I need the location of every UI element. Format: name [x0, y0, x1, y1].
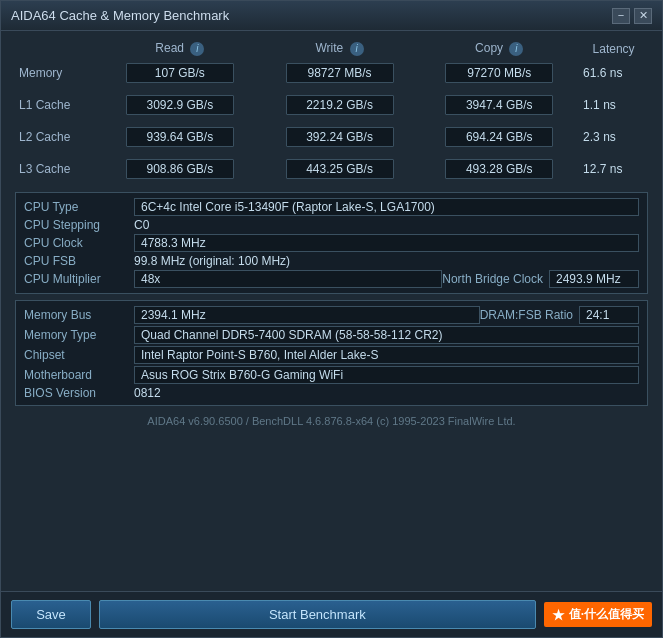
cpu-type-label: CPU Type [24, 200, 134, 214]
row-write: 443.25 GB/s [260, 156, 420, 182]
main-window: AIDA64 Cache & Memory Benchmark − ✕ Read… [0, 0, 663, 638]
cpu-info-section: CPU Type 6C+4c Intel Core i5-13490F (Rap… [15, 192, 648, 294]
cpu-type-row: CPU Type 6C+4c Intel Core i5-13490F (Rap… [24, 197, 639, 217]
row-write: 98727 MB/s [260, 60, 420, 86]
row-label: L1 Cache [15, 92, 100, 118]
row-read: 3092.9 GB/s [100, 92, 260, 118]
dram-fsb-label: DRAM:FSB Ratio [480, 308, 573, 322]
logo-text: 值·什么值得买 [569, 606, 644, 623]
row-latency: 2.3 ns [579, 124, 648, 150]
row-label: L2 Cache [15, 124, 100, 150]
bios-label: BIOS Version [24, 386, 134, 400]
benchmark-table: Read i Write i Copy i Latency Memory107 … [15, 39, 648, 182]
chipset-row: Chipset Intel Raptor Point-S B760, Intel… [24, 345, 639, 365]
write-info-icon[interactable]: i [350, 42, 364, 56]
close-button[interactable]: ✕ [634, 8, 652, 24]
table-row: L3 Cache908.86 GB/s443.25 GB/s493.28 GB/… [15, 156, 648, 182]
read-info-icon[interactable]: i [190, 42, 204, 56]
memory-type-value: Quad Channel DDR5-7400 SDRAM (58-58-58-1… [134, 326, 639, 344]
cpu-fsb-value: 99.8 MHz (original: 100 MHz) [134, 254, 290, 268]
row-copy: 493.28 GB/s [419, 156, 579, 182]
memory-bus-row: Memory Bus 2394.1 MHz DRAM:FSB Ratio 24:… [24, 305, 639, 325]
title-controls: − ✕ [612, 8, 652, 24]
value-box-copy: 3947.4 GB/s [445, 95, 553, 115]
window-title: AIDA64 Cache & Memory Benchmark [11, 8, 229, 23]
motherboard-value: Asus ROG Strix B760-G Gaming WiFi [134, 366, 639, 384]
cpu-multiplier-value: 48x [134, 270, 442, 288]
save-button[interactable]: Save [11, 600, 91, 629]
row-latency: 12.7 ns [579, 156, 648, 182]
row-label: L3 Cache [15, 156, 100, 182]
cpu-clock-label: CPU Clock [24, 236, 134, 250]
chipset-value: Intel Raptor Point-S B760, Intel Alder L… [134, 346, 639, 364]
value-box-read: 3092.9 GB/s [126, 95, 234, 115]
row-write: 2219.2 GB/s [260, 92, 420, 118]
memory-bus-label: Memory Bus [24, 308, 134, 322]
value-box-read: 939.64 GB/s [126, 127, 234, 147]
value-box-read: 908.86 GB/s [126, 159, 234, 179]
north-bridge-value: 2493.9 MHz [549, 270, 639, 288]
row-latency: 1.1 ns [579, 92, 648, 118]
row-write: 392.24 GB/s [260, 124, 420, 150]
start-benchmark-button[interactable]: Start Benchmark [99, 600, 536, 629]
cpu-clock-value: 4788.3 MHz [134, 234, 639, 252]
row-copy: 97270 MB/s [419, 60, 579, 86]
row-copy: 3947.4 GB/s [419, 92, 579, 118]
cpu-stepping-row: CPU Stepping C0 [24, 217, 639, 233]
dram-fsb-value: 24:1 [579, 306, 639, 324]
title-bar: AIDA64 Cache & Memory Benchmark − ✕ [1, 1, 662, 31]
minimize-button[interactable]: − [612, 8, 630, 24]
copy-info-icon[interactable]: i [509, 42, 523, 56]
motherboard-label: Motherboard [24, 368, 134, 382]
chipset-label: Chipset [24, 348, 134, 362]
memory-type-row: Memory Type Quad Channel DDR5-7400 SDRAM… [24, 325, 639, 345]
value-box-write: 2219.2 GB/s [286, 95, 394, 115]
value-box-copy: 694.24 GB/s [445, 127, 553, 147]
value-box-write: 392.24 GB/s [286, 127, 394, 147]
logo-icon: ★ [552, 607, 565, 623]
table-row: L1 Cache3092.9 GB/s2219.2 GB/s3947.4 GB/… [15, 92, 648, 118]
value-box-write: 443.25 GB/s [286, 159, 394, 179]
memory-type-label: Memory Type [24, 328, 134, 342]
value-box-read: 107 GB/s [126, 63, 234, 83]
bios-value: 0812 [134, 386, 161, 400]
main-content: Read i Write i Copy i Latency Memory107 … [1, 31, 662, 591]
th-write: Write i [260, 39, 420, 60]
footer-text: AIDA64 v6.90.6500 / BenchDLL 4.6.876.8-x… [15, 412, 648, 432]
cpu-clock-row: CPU Clock 4788.3 MHz [24, 233, 639, 253]
cpu-fsb-label: CPU FSB [24, 254, 134, 268]
logo-area: ★ 值·什么值得买 [544, 602, 652, 627]
row-label: Memory [15, 60, 100, 86]
row-read: 107 GB/s [100, 60, 260, 86]
cpu-multiplier-label: CPU Multiplier [24, 272, 134, 286]
cpu-fsb-row: CPU FSB 99.8 MHz (original: 100 MHz) [24, 253, 639, 269]
cpu-multiplier-row: CPU Multiplier 48x North Bridge Clock 24… [24, 269, 639, 289]
th-read: Read i [100, 39, 260, 60]
cpu-stepping-label: CPU Stepping [24, 218, 134, 232]
cpu-stepping-value: C0 [134, 218, 149, 232]
memory-info-section: Memory Bus 2394.1 MHz DRAM:FSB Ratio 24:… [15, 300, 648, 406]
motherboard-row: Motherboard Asus ROG Strix B760-G Gaming… [24, 365, 639, 385]
value-box-write: 98727 MB/s [286, 63, 394, 83]
bottom-bar: Save Start Benchmark ★ 值·什么值得买 [1, 591, 662, 637]
row-read: 908.86 GB/s [100, 156, 260, 182]
row-copy: 694.24 GB/s [419, 124, 579, 150]
memory-bus-value: 2394.1 MHz [134, 306, 480, 324]
value-box-copy: 493.28 GB/s [445, 159, 553, 179]
cpu-type-value: 6C+4c Intel Core i5-13490F (Raptor Lake-… [134, 198, 639, 216]
value-box-copy: 97270 MB/s [445, 63, 553, 83]
th-latency: Latency [579, 39, 648, 60]
bios-row: BIOS Version 0812 [24, 385, 639, 401]
row-latency: 61.6 ns [579, 60, 648, 86]
table-row: L2 Cache939.64 GB/s392.24 GB/s694.24 GB/… [15, 124, 648, 150]
th-copy: Copy i [419, 39, 579, 60]
row-read: 939.64 GB/s [100, 124, 260, 150]
table-row: Memory107 GB/s98727 MB/s97270 MB/s61.6 n… [15, 60, 648, 86]
north-bridge-label: North Bridge Clock [442, 272, 543, 286]
